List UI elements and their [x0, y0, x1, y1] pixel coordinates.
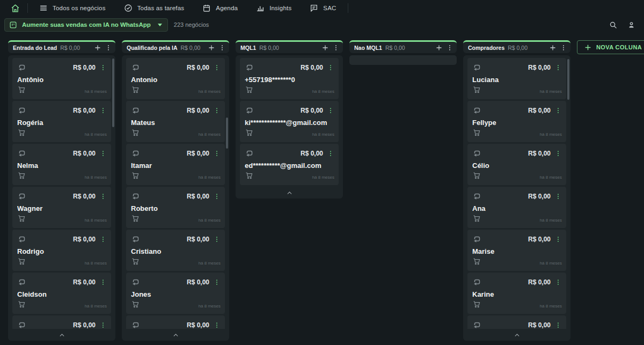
card-menu-button[interactable]: [327, 107, 334, 114]
card-menu-button[interactable]: [99, 64, 107, 71]
deal-card[interactable]: R$ 0,00 Rogéria há 8 meses: [12, 101, 111, 142]
card-menu-button[interactable]: [213, 64, 221, 71]
add-deal-button[interactable]: [321, 44, 329, 52]
card-menu-button[interactable]: [554, 278, 562, 286]
column-header[interactable]: MQL1 R$ 0,00: [236, 40, 343, 53]
nav-item-sac[interactable]: SAC: [301, 0, 345, 16]
column-collapse-button[interactable]: [463, 329, 570, 341]
kanban-icon: [9, 21, 17, 29]
nav-item-insights[interactable]: Insights: [247, 0, 301, 16]
deal-card[interactable]: R$ 0,00 Rodrigo há 8 meses: [12, 230, 111, 271]
add-deal-button[interactable]: [208, 44, 215, 52]
new-column-button[interactable]: NOVA COLUNA: [577, 40, 644, 54]
column-scrollbar[interactable]: [567, 59, 569, 100]
deal-card[interactable]: R$ 0,00 ed**********@gmail.com há 8 mese…: [240, 144, 339, 185]
kanban-column: MQL1 R$ 0,00 R$ 0,00 +557198*******0: [236, 40, 343, 341]
search-icon[interactable]: [609, 21, 617, 29]
card-menu-button[interactable]: [99, 278, 107, 286]
nav-item-todos-os-negocios[interactable]: Todos os negócios: [30, 0, 115, 16]
deal-loop-icon: [131, 149, 141, 158]
card-top-row: R$ 0,00: [131, 149, 221, 158]
column-menu-button[interactable]: [105, 44, 112, 52]
column-scrollbar[interactable]: [226, 118, 228, 149]
nav-item-todas-as-tarefas[interactable]: Todas as tarefas: [115, 0, 194, 16]
card-menu-button[interactable]: [327, 64, 334, 71]
deal-loop-icon: [131, 106, 141, 115]
deal-card[interactable]: R$ 0,00 Fellype há 8 meses: [467, 101, 566, 142]
deal-loop-icon: [17, 234, 27, 244]
deal-card[interactable]: R$ 0,00 Célio há 8 meses: [467, 144, 566, 185]
column-header[interactable]: Entrada do Lead R$ 0,00: [8, 40, 115, 53]
column-collapse-button[interactable]: [122, 329, 229, 341]
deal-card[interactable]: R$ 0,00 Marise há 8 meses: [467, 230, 566, 271]
nav-item-agenda[interactable]: Agenda: [193, 0, 247, 16]
column-header[interactable]: Nao MQL1 R$ 0,00: [349, 40, 457, 53]
cart-icon: [17, 171, 26, 180]
card-menu-button[interactable]: [327, 150, 334, 157]
card-menu-button[interactable]: [213, 321, 221, 329]
column-collapse-button[interactable]: [8, 329, 115, 341]
card-menu-button[interactable]: [554, 150, 562, 157]
card-menu-button[interactable]: [99, 321, 107, 329]
deal-name: Cristiano: [131, 247, 221, 255]
card-menu-button[interactable]: [213, 150, 221, 157]
card-menu-button[interactable]: [213, 107, 221, 114]
deal-card[interactable]: R$ 0,00 Luciana há 8 meses: [467, 58, 566, 99]
chevron-up-icon: [172, 332, 179, 339]
card-menu-button[interactable]: [213, 278, 221, 286]
card-menu-button[interactable]: [99, 193, 107, 200]
card-menu-button[interactable]: [213, 236, 221, 243]
column-scrollbar[interactable]: [112, 58, 114, 127]
deal-card[interactable]: R$ 0,00 Antônio há 8 meses: [12, 58, 111, 99]
card-menu-button[interactable]: [99, 236, 107, 243]
column-collapse-button[interactable]: [236, 187, 343, 199]
deal-value: R$ 0,00: [528, 278, 551, 286]
deal-card[interactable]: R$ 0,00 Cristiano há 8 meses: [126, 230, 225, 271]
user-icon[interactable]: [627, 21, 635, 29]
card-menu-button[interactable]: [554, 64, 562, 71]
add-deal-button[interactable]: [549, 44, 557, 52]
cart-icon: [472, 128, 481, 137]
filter-bar-actions: [609, 21, 639, 29]
deal-loop-icon: [131, 234, 141, 244]
card-bottom-row: há 8 meses: [17, 171, 107, 180]
cart-icon: [472, 171, 481, 180]
column-header[interactable]: Compradores R$ 0,00: [463, 40, 570, 53]
deal-card[interactable]: R$ 0,00 Wagner há 8 meses: [12, 187, 111, 228]
column-header[interactable]: Qualificado pela IA R$ 0,00: [122, 40, 229, 53]
card-menu-button[interactable]: [554, 193, 562, 200]
card-menu-button[interactable]: [554, 321, 562, 329]
add-deal-button[interactable]: [94, 44, 101, 52]
card-menu-button[interactable]: [554, 107, 562, 114]
deal-card[interactable]: R$ 0,00 Jones há 8 meses: [126, 273, 225, 314]
card-menu-button[interactable]: [99, 107, 107, 114]
deal-card[interactable]: R$ 0,00 Mateus há 8 meses: [126, 101, 225, 142]
add-deal-button[interactable]: [435, 44, 443, 52]
deal-name: Jones: [131, 290, 221, 298]
deal-card[interactable]: R$ 0,00 Nelma há 8 meses: [12, 144, 111, 185]
column-menu-button[interactable]: [446, 44, 453, 52]
card-menu-button[interactable]: [554, 236, 562, 243]
deal-value: R$ 0,00: [187, 107, 209, 114]
card-bottom-row: há 8 meses: [131, 300, 221, 309]
deal-name: Fellype: [472, 119, 562, 127]
deal-card[interactable]: R$ 0,00 Ana há 8 meses: [467, 187, 566, 228]
card-menu-button[interactable]: [213, 193, 221, 200]
deal-age: há 8 meses: [199, 304, 221, 309]
card-bottom-row: há 8 meses: [131, 171, 221, 180]
card-menu-button[interactable]: [99, 150, 107, 157]
deal-card[interactable]: R$ 0,00 Cleidson há 8 meses: [12, 273, 111, 314]
column-menu-button[interactable]: [332, 44, 340, 52]
deal-card[interactable]: R$ 0,00 Antonio há 8 meses: [126, 58, 225, 99]
deal-card[interactable]: R$ 0,00 +557198*******0 há 8 meses: [240, 58, 339, 99]
deal-name: Roberto: [131, 204, 221, 212]
deal-loop-icon: [245, 63, 254, 72]
pipeline-selector[interactable]: Aumente suas vendas com IA no WhatsApp: [4, 18, 168, 32]
deal-card[interactable]: R$ 0,00 Roberto há 8 meses: [126, 187, 225, 228]
home-button[interactable]: [5, 4, 25, 13]
deal-card[interactable]: R$ 0,00 Itamar há 8 meses: [126, 144, 225, 185]
column-menu-button[interactable]: [560, 44, 567, 52]
column-menu-button[interactable]: [218, 44, 226, 52]
deal-card[interactable]: R$ 0,00 Karine há 8 meses: [467, 273, 566, 314]
deal-card[interactable]: R$ 0,00 ki*************@gmail.com há 8 m…: [240, 101, 339, 142]
